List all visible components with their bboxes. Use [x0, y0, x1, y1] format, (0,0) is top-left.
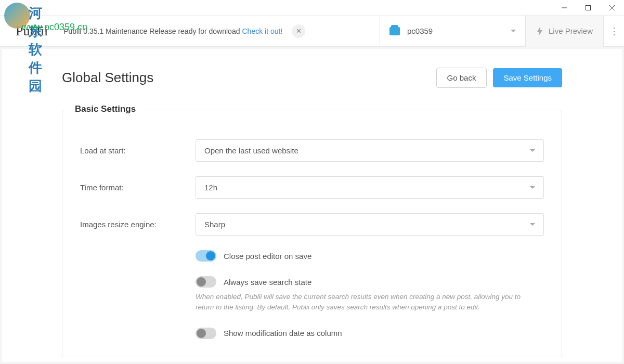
window-titlebar — [0, 0, 624, 16]
notification-close-button[interactable]: ✕ — [292, 24, 305, 38]
mod-date-toggle[interactable] — [196, 328, 216, 339]
more-menu-button[interactable]: ⋮ — [603, 16, 624, 47]
window-close-button[interactable] — [600, 0, 624, 16]
update-notification: Publii 0.35.1 Maintenance Release ready … — [63, 24, 305, 38]
site-selector[interactable]: pc0359 — [380, 16, 525, 47]
select-value: Sharp — [204, 220, 225, 229]
notification-link[interactable]: Check it out! — [242, 27, 282, 35]
chevron-down-icon — [530, 186, 535, 189]
window-maximize-button[interactable] — [576, 0, 600, 16]
mod-date-label: Show modification date as column — [224, 329, 342, 337]
chevron-down-icon — [530, 149, 535, 152]
save-settings-button[interactable]: Save Settings — [493, 68, 562, 87]
load-at-start-select[interactable]: Open the last used website — [196, 139, 544, 162]
live-preview-button[interactable]: Live Preview — [525, 16, 603, 47]
load-at-start-label: Load at start: — [80, 146, 196, 155]
svg-rect-1 — [586, 5, 591, 10]
window-minimize-button[interactable] — [552, 0, 576, 16]
section-legend: Basic Settings — [70, 104, 141, 114]
chevron-down-icon — [511, 30, 516, 32]
top-bar: Publii Publii 0.35.1 Maintenance Release… — [0, 16, 624, 47]
dots-vertical-icon: ⋮ — [609, 25, 619, 37]
lightning-icon — [536, 27, 543, 36]
app-logo: Publii — [16, 23, 48, 39]
site-name: pc0359 — [407, 27, 511, 35]
page-title: Global Settings — [62, 70, 436, 86]
notification-text: Publii 0.35.1 Maintenance Release ready … — [63, 27, 240, 35]
time-format-select[interactable]: 12h — [196, 176, 544, 199]
basic-settings-section: Basic Settings Load at start: Open the l… — [62, 110, 562, 357]
images-engine-select[interactable]: Sharp — [196, 213, 544, 236]
time-format-label: Time format: — [80, 183, 196, 192]
save-search-description: When enabled, Publii will save the curre… — [196, 292, 539, 313]
go-back-button[interactable]: Go back — [436, 68, 487, 88]
live-preview-label: Live Preview — [549, 27, 593, 35]
save-search-label: Always save search state — [224, 278, 311, 287]
close-on-save-toggle[interactable] — [196, 250, 216, 262]
main-content: Global Settings Go back Save Settings Ba… — [2, 49, 622, 362]
close-icon: ✕ — [296, 27, 302, 35]
chevron-down-icon — [530, 223, 535, 226]
save-search-toggle[interactable] — [196, 276, 216, 288]
briefcase-icon — [389, 27, 400, 35]
images-engine-label: Images resize engine: — [80, 220, 196, 229]
select-value: 12h — [204, 183, 217, 192]
select-value: Open the last used website — [204, 146, 298, 155]
close-on-save-label: Close post editor on save — [224, 252, 311, 261]
